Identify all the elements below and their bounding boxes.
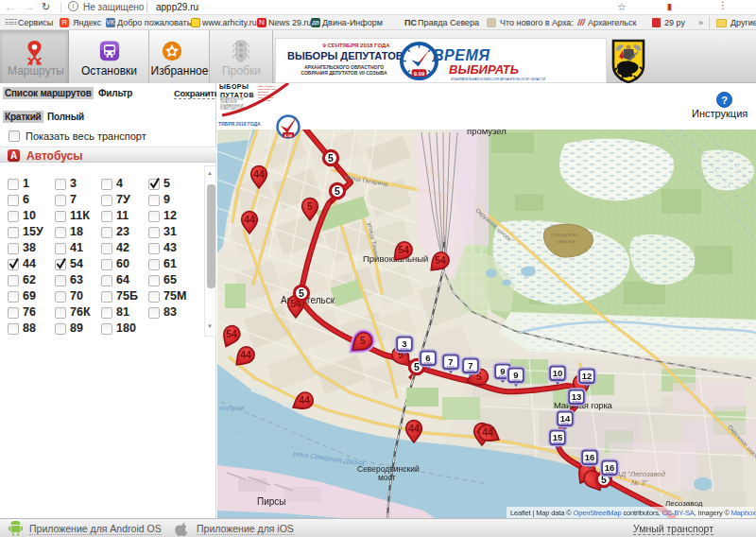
svg-text:свалка: свалка [557, 237, 576, 244]
svg-text:44: 44 [240, 349, 251, 360]
svg-text:промузел: промузел [467, 130, 507, 136]
svg-text:44: 44 [482, 426, 493, 438]
svg-text:МИН: МИН [466, 369, 474, 373]
svg-text:АД "Лесозавод: АД "Лесозавод [615, 470, 665, 478]
svg-text:44: 44 [299, 394, 310, 406]
svg-text:54: 54 [398, 244, 409, 255]
svg-text:54: 54 [226, 328, 237, 339]
svg-text:5: 5 [335, 185, 340, 197]
svg-text:5: 5 [328, 152, 334, 164]
svg-text:5: 5 [360, 335, 366, 346]
svg-text:МИН: МИН [511, 378, 520, 383]
svg-text:мост: мост [378, 473, 396, 482]
svg-text:9.09: 9.09 [284, 133, 293, 138]
svg-text:Leaflet | Map data © OpenStree: Leaflet | Map data © OpenStreetMap contr… [510, 509, 756, 517]
svg-text:44: 44 [253, 168, 265, 180]
svg-text:МИН: МИН [605, 471, 613, 476]
svg-text:МИН: МИН [423, 361, 432, 366]
svg-text:МИН: МИН [585, 460, 593, 465]
svg-text:МИН: МИН [553, 441, 561, 445]
svg-text:9.09: 9.09 [414, 71, 425, 77]
svg-text:МИН: МИН [498, 374, 507, 379]
svg-text:54: 54 [435, 254, 446, 266]
svg-text:5: 5 [307, 200, 313, 212]
svg-text:МИН: МИН [400, 347, 408, 352]
svg-text:?: ? [721, 95, 728, 106]
svg-text:5: 5 [299, 287, 304, 299]
svg-text:остров: остров [219, 404, 244, 412]
svg-text:Лесозавод: Лесозавод [665, 499, 703, 508]
svg-text:МИН: МИН [572, 400, 580, 405]
svg-text:городская: городская [551, 231, 578, 237]
svg-text:МИН: МИН [560, 422, 569, 426]
svg-text:МИН: МИН [582, 379, 591, 384]
svg-text:44: 44 [244, 214, 255, 225]
svg-text:МИН: МИН [446, 365, 455, 370]
svg-text:44: 44 [408, 423, 420, 434]
svg-text:Пирсы: Пирсы [257, 496, 286, 507]
svg-text:№ 3": № 3" [631, 478, 647, 487]
svg-text:МИН: МИН [553, 376, 561, 381]
